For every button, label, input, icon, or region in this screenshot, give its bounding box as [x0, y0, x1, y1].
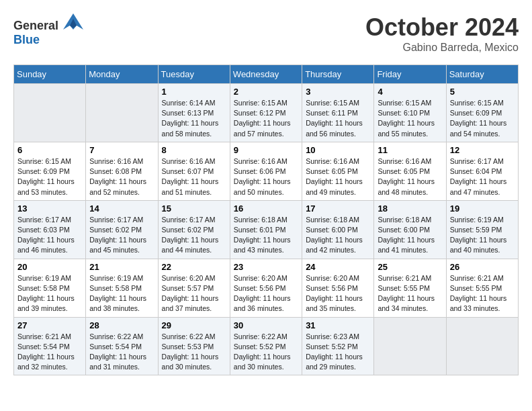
calendar-cell: 15Sunrise: 6:17 AMSunset: 6:02 PMDayligh…: [158, 200, 230, 259]
logo-general-text: General: [13, 19, 58, 32]
day-number: 3: [306, 87, 370, 97]
day-number: 29: [162, 320, 226, 330]
day-number: 17: [306, 203, 370, 214]
page-header: General Blue October 2024 Gabino Barreda…: [13, 13, 519, 54]
month-title: October 2024: [365, 13, 519, 42]
calendar-cell: 8Sunrise: 6:16 AMSunset: 6:07 PMDaylight…: [158, 142, 230, 200]
calendar-cell: 19Sunrise: 6:19 AMSunset: 5:59 PMDayligh…: [446, 200, 518, 259]
day-info: Sunrise: 6:22 AMSunset: 5:54 PMDaylight:…: [89, 332, 154, 373]
day-info: Sunrise: 6:21 AMSunset: 5:55 PMDaylight:…: [450, 273, 515, 314]
day-number: 6: [17, 145, 82, 155]
day-info: Sunrise: 6:16 AMSunset: 6:08 PMDaylight:…: [89, 156, 154, 197]
calendar-week-row: 1Sunrise: 6:14 AMSunset: 6:13 PMDaylight…: [14, 84, 519, 142]
calendar-cell: 28Sunrise: 6:22 AMSunset: 5:54 PMDayligh…: [86, 317, 158, 375]
day-info: Sunrise: 6:18 AMSunset: 6:01 PMDaylight:…: [234, 215, 298, 256]
day-info: Sunrise: 6:20 AMSunset: 5:57 PMDaylight:…: [162, 273, 226, 314]
day-number: 9: [234, 145, 298, 155]
calendar-week-row: 27Sunrise: 6:21 AMSunset: 5:54 PMDayligh…: [14, 317, 519, 375]
day-info: Sunrise: 6:16 AMSunset: 6:05 PMDaylight:…: [378, 156, 442, 197]
day-number: 5: [450, 87, 515, 97]
day-number: 23: [234, 262, 298, 272]
day-number: 1: [162, 87, 226, 97]
calendar-cell: [446, 317, 518, 375]
weekday-header-tuesday: Tuesday: [158, 65, 230, 84]
day-number: 30: [234, 320, 298, 330]
calendar-cell: 14Sunrise: 6:17 AMSunset: 6:02 PMDayligh…: [86, 200, 158, 259]
weekday-header-wednesday: Wednesday: [230, 65, 302, 84]
day-number: 11: [378, 145, 442, 155]
day-info: Sunrise: 6:20 AMSunset: 5:56 PMDaylight:…: [234, 273, 298, 314]
calendar-table: SundayMondayTuesdayWednesdayThursdayFrid…: [13, 64, 519, 375]
calendar-week-row: 6Sunrise: 6:15 AMSunset: 6:09 PMDaylight…: [14, 142, 519, 200]
weekday-header-thursday: Thursday: [302, 65, 374, 84]
day-number: 31: [306, 320, 370, 330]
calendar-cell: 31Sunrise: 6:23 AMSunset: 5:52 PMDayligh…: [302, 317, 374, 375]
location-title: Gabino Barreda, Mexico: [365, 42, 519, 54]
day-info: Sunrise: 6:22 AMSunset: 5:52 PMDaylight:…: [234, 332, 298, 373]
calendar-header-row: SundayMondayTuesdayWednesdayThursdayFrid…: [14, 65, 519, 84]
day-number: 20: [17, 262, 82, 272]
day-number: 26: [450, 262, 515, 272]
logo-wordmark: General Blue: [13, 13, 83, 47]
day-info: Sunrise: 6:16 AMSunset: 6:05 PMDaylight:…: [306, 156, 370, 197]
day-info: Sunrise: 6:18 AMSunset: 6:00 PMDaylight:…: [306, 215, 370, 256]
title-block: October 2024 Gabino Barreda, Mexico: [365, 13, 519, 54]
calendar-cell: 5Sunrise: 6:15 AMSunset: 6:09 PMDaylight…: [446, 84, 518, 142]
day-info: Sunrise: 6:15 AMSunset: 6:12 PMDaylight:…: [234, 98, 298, 139]
calendar-cell: [86, 84, 158, 142]
calendar-cell: 23Sunrise: 6:20 AMSunset: 5:56 PMDayligh…: [230, 259, 302, 317]
calendar-cell: 18Sunrise: 6:18 AMSunset: 6:00 PMDayligh…: [374, 200, 446, 259]
day-number: 2: [234, 87, 298, 97]
day-number: 14: [89, 203, 154, 214]
day-info: Sunrise: 6:15 AMSunset: 6:09 PMDaylight:…: [17, 156, 82, 197]
day-number: 21: [89, 262, 154, 272]
day-info: Sunrise: 6:17 AMSunset: 6:02 PMDaylight:…: [89, 215, 154, 256]
calendar-cell: [374, 317, 446, 375]
day-info: Sunrise: 6:21 AMSunset: 5:54 PMDaylight:…: [17, 332, 82, 373]
day-number: 7: [89, 145, 154, 155]
weekday-header-monday: Monday: [86, 65, 158, 84]
day-info: Sunrise: 6:16 AMSunset: 6:07 PMDaylight:…: [162, 156, 226, 197]
calendar-cell: 17Sunrise: 6:18 AMSunset: 6:00 PMDayligh…: [302, 200, 374, 259]
day-number: 15: [162, 203, 226, 214]
calendar-cell: 13Sunrise: 6:17 AMSunset: 6:03 PMDayligh…: [14, 200, 86, 259]
weekday-header-sunday: Sunday: [14, 65, 86, 84]
day-info: Sunrise: 6:19 AMSunset: 5:58 PMDaylight:…: [89, 273, 154, 314]
calendar-cell: 29Sunrise: 6:22 AMSunset: 5:53 PMDayligh…: [158, 317, 230, 375]
day-info: Sunrise: 6:16 AMSunset: 6:06 PMDaylight:…: [234, 156, 298, 197]
calendar-cell: 24Sunrise: 6:20 AMSunset: 5:56 PMDayligh…: [302, 259, 374, 317]
calendar-cell: 20Sunrise: 6:19 AMSunset: 5:58 PMDayligh…: [14, 259, 86, 317]
calendar-cell: 11Sunrise: 6:16 AMSunset: 6:05 PMDayligh…: [374, 142, 446, 200]
logo: General Blue: [13, 13, 83, 47]
calendar-cell: 16Sunrise: 6:18 AMSunset: 6:01 PMDayligh…: [230, 200, 302, 259]
calendar-week-row: 20Sunrise: 6:19 AMSunset: 5:58 PMDayligh…: [14, 259, 519, 317]
day-info: Sunrise: 6:17 AMSunset: 6:03 PMDaylight:…: [17, 215, 82, 256]
day-info: Sunrise: 6:17 AMSunset: 6:04 PMDaylight:…: [450, 156, 515, 197]
day-number: 22: [162, 262, 226, 272]
day-number: 19: [450, 203, 515, 214]
day-number: 13: [17, 203, 82, 214]
day-info: Sunrise: 6:19 AMSunset: 5:58 PMDaylight:…: [17, 273, 82, 314]
weekday-header-friday: Friday: [374, 65, 446, 84]
day-info: Sunrise: 6:19 AMSunset: 5:59 PMDaylight:…: [450, 215, 515, 256]
calendar-cell: 12Sunrise: 6:17 AMSunset: 6:04 PMDayligh…: [446, 142, 518, 200]
calendar-cell: 21Sunrise: 6:19 AMSunset: 5:58 PMDayligh…: [86, 259, 158, 317]
day-number: 12: [450, 145, 515, 155]
day-info: Sunrise: 6:22 AMSunset: 5:53 PMDaylight:…: [162, 332, 226, 373]
day-info: Sunrise: 6:18 AMSunset: 6:00 PMDaylight:…: [378, 215, 442, 256]
day-info: Sunrise: 6:15 AMSunset: 6:09 PMDaylight:…: [450, 98, 515, 139]
day-info: Sunrise: 6:15 AMSunset: 6:10 PMDaylight:…: [378, 98, 442, 139]
calendar-cell: 26Sunrise: 6:21 AMSunset: 5:55 PMDayligh…: [446, 259, 518, 317]
logo-bird-icon: [63, 13, 83, 30]
day-number: 16: [234, 203, 298, 214]
calendar-cell: 27Sunrise: 6:21 AMSunset: 5:54 PMDayligh…: [14, 317, 86, 375]
day-info: Sunrise: 6:14 AMSunset: 6:13 PMDaylight:…: [162, 98, 226, 139]
day-info: Sunrise: 6:15 AMSunset: 6:11 PMDaylight:…: [306, 98, 370, 139]
day-number: 10: [306, 145, 370, 155]
day-number: 27: [17, 320, 82, 330]
day-number: 28: [89, 320, 154, 330]
day-info: Sunrise: 6:17 AMSunset: 6:02 PMDaylight:…: [162, 215, 226, 256]
calendar-cell: 1Sunrise: 6:14 AMSunset: 6:13 PMDaylight…: [158, 84, 230, 142]
logo-blue-text: Blue: [13, 33, 40, 46]
calendar-cell: 30Sunrise: 6:22 AMSunset: 5:52 PMDayligh…: [230, 317, 302, 375]
